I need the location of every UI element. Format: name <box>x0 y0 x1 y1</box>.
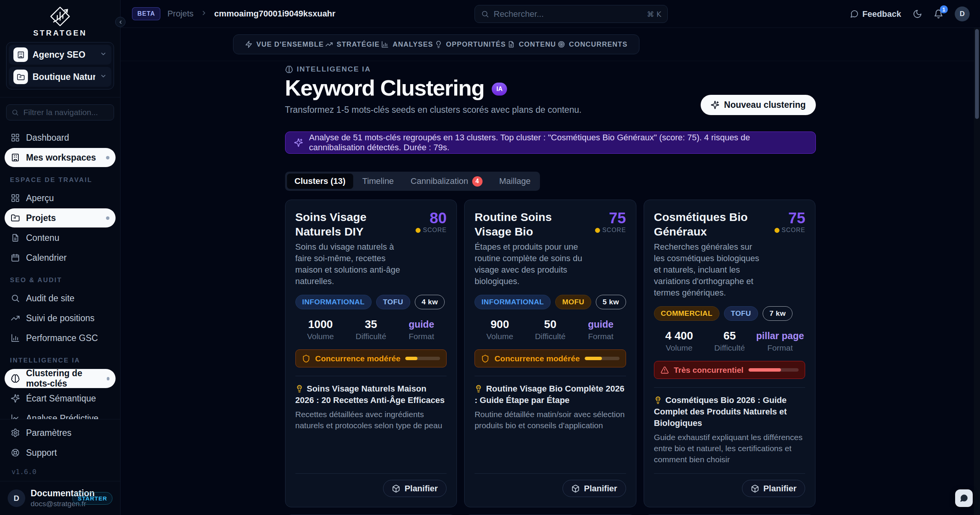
plan-title: Soins Visage Naturels Maison 2026 : 20 R… <box>295 383 447 406</box>
eyebrow-label: INTELLIGENCE IA <box>297 65 371 73</box>
feature-tab-icon <box>558 41 565 48</box>
feature-tab-icon <box>245 41 253 48</box>
theme-toggle-button[interactable] <box>913 9 922 19</box>
building-icon <box>13 47 28 62</box>
content-plan: Cosmétiques Bio 2026 : Guide Complet des… <box>654 395 806 465</box>
beta-badge: BETA <box>132 7 160 20</box>
scrollbar-track[interactable] <box>974 28 980 515</box>
sidebar-item-mes-workspaces[interactable]: Mes workspaces <box>5 148 116 167</box>
feature-tab-analyses[interactable]: ANALYSES <box>381 41 433 49</box>
competition-label: Très concurrentiel <box>674 366 744 375</box>
score-value: 75 <box>589 210 626 226</box>
competition-indicator: Très concurrentiel <box>654 361 806 379</box>
sidebar-item-performance-gsc[interactable]: Performance GSC <box>5 328 116 348</box>
search-icon <box>11 109 19 116</box>
feature-tab-icon <box>435 41 442 48</box>
page-title: Keyword Clustering <box>285 74 484 102</box>
plan-title-text: Cosmétiques Bio 2026 : Guide Complet des… <box>654 395 787 428</box>
sidebar-nav: Dashboard Mes workspaces ESPACE DE TRAVA… <box>0 123 120 419</box>
difficulty-value: 35 <box>346 318 396 331</box>
format-label: Format <box>576 332 626 341</box>
sidebar-item-clustering-de-mots-cl-s[interactable]: Clustering de mots-clés <box>5 369 116 388</box>
feedback-button[interactable]: Feedback <box>850 9 902 19</box>
planifier-button[interactable]: Planifier <box>563 480 626 497</box>
sidebar-item-audit-de-site[interactable]: Audit de site <box>5 289 116 308</box>
search-input[interactable] <box>494 9 642 19</box>
avatar[interactable]: D <box>955 6 970 21</box>
tab-label: Maillage <box>499 176 531 186</box>
lightbulb-icon <box>295 385 303 393</box>
project-selector[interactable]: Boutique Naturelle <box>9 67 111 87</box>
funnel-badge: TOFU <box>724 306 758 321</box>
active-dot <box>107 377 109 380</box>
tab-timeline[interactable]: Timeline <box>355 174 401 189</box>
sidebar-item-dashboard[interactable]: Dashboard <box>5 128 116 147</box>
format-value: pillar page <box>755 329 806 342</box>
score-label: SCORE <box>602 227 626 234</box>
sidebar-item--cart-s-mantique[interactable]: Écart Sémantique <box>5 389 116 408</box>
card-footer: Planifier <box>654 465 806 497</box>
title-block: Keyword Clustering IA Transformez 1-5 mo… <box>285 74 582 115</box>
new-clustering-button[interactable]: Nouveau clustering <box>701 95 815 115</box>
card-header: Routine Soins Visage Bio Étapes et produ… <box>475 210 626 287</box>
planifier-button[interactable]: Planifier <box>383 480 447 497</box>
user-profile[interactable]: D Documentation docs@stratgen.fr STARTER <box>0 481 120 515</box>
sidebar-item-suivi-de-positions[interactable]: Suivi de positions <box>5 309 116 328</box>
notifications-button[interactable]: 1 <box>934 9 943 19</box>
sidebar-collapse-button[interactable] <box>115 17 126 27</box>
sidebar-item-aper-u[interactable]: Aperçu <box>5 188 116 208</box>
tab-clusters-13-[interactable]: Clusters (13) <box>287 174 353 189</box>
nav-item-icon <box>11 414 20 419</box>
chat-icon <box>959 494 969 503</box>
feature-tab-strat-gie[interactable]: STRATÉGIE <box>325 41 380 49</box>
plan-title-text: Soins Visage Naturels Maison 2026 : 20 R… <box>295 384 445 405</box>
sidebar-item-support[interactable]: Support <box>5 443 116 462</box>
nav-item-label: Audit de site <box>26 293 75 304</box>
content-plan: Soins Visage Naturels Maison 2026 : 20 R… <box>295 383 447 431</box>
nav-item-icon <box>11 448 20 457</box>
nav-item-label: Clustering de mots-clés <box>26 368 101 389</box>
planifier-button[interactable]: Planifier <box>742 480 806 497</box>
sidebar-item-param-tres[interactable]: Paramètres <box>5 423 116 442</box>
planifier-label: Planifier <box>584 484 617 494</box>
nav-filter-input[interactable] <box>6 104 114 120</box>
plan-badge: STARTER <box>72 492 113 505</box>
competition-bar-track <box>748 368 799 372</box>
feature-tab-vue-d-ensemble[interactable]: VUE D'ENSEMBLE <box>245 41 324 49</box>
sidebar-item-analyse-pr-dictive[interactable]: Analyse Prédictive <box>5 409 116 419</box>
chevron-down-icon <box>100 73 107 81</box>
app-version: v1.6.0 <box>5 463 116 481</box>
sidebar-item-calendrier[interactable]: Calendrier <box>5 248 116 267</box>
cluster-card: Soins Visage Naturels DIY Soins du visag… <box>285 200 457 507</box>
keyword-count-badge: 7 kw <box>763 306 793 321</box>
sidebar-item-contenu[interactable]: Contenu <box>5 228 116 247</box>
brand-logo: STRATGEN <box>0 0 120 40</box>
format-stat: guide Format <box>396 318 447 341</box>
scrollbar-thumb[interactable] <box>975 29 979 119</box>
main-area: BETA Projets cmmoaimg70001i9049ksxuahr ⌘… <box>121 0 980 515</box>
package-plus-icon <box>392 484 400 493</box>
keyword-count-badge: 5 kw <box>596 295 626 309</box>
competition-bar-track <box>405 357 440 360</box>
intent-badge: INFORMATIONAL <box>475 295 551 309</box>
sidebar-item-projets[interactable]: Projets <box>5 208 116 227</box>
nav-item-icon <box>11 213 20 223</box>
breadcrumb-projects[interactable]: Projets <box>167 9 193 19</box>
feature-tab-opportunit-s[interactable]: OPPORTUNITÉS <box>435 41 506 49</box>
feature-tab-contenu[interactable]: CONTENU <box>507 41 556 49</box>
feature-tab-concurrents[interactable]: CONCURRENTS <box>558 41 628 49</box>
card-footer: Planifier <box>295 465 447 497</box>
volume-value: 900 <box>475 318 525 331</box>
user-avatar: D <box>8 489 25 507</box>
chevron-right-icon <box>201 10 207 18</box>
nav-item-icon <box>11 133 20 142</box>
card-header: Soins Visage Naturels DIY Soins du visag… <box>295 210 447 287</box>
chat-widget-button[interactable] <box>955 489 973 507</box>
tab-maillage[interactable]: Maillage <box>492 174 538 189</box>
search-icon <box>481 10 489 18</box>
workspace-selector[interactable]: Agency SEO <box>9 45 111 65</box>
tab-cannibalization[interactable]: Cannibalization 4 <box>403 174 490 189</box>
global-search[interactable]: ⌘ K <box>475 5 668 23</box>
score-label: SCORE <box>423 227 447 234</box>
feature-nav: VUE D'ENSEMBLE STRATÉGIE ANALYSES OPPORT… <box>233 34 639 54</box>
